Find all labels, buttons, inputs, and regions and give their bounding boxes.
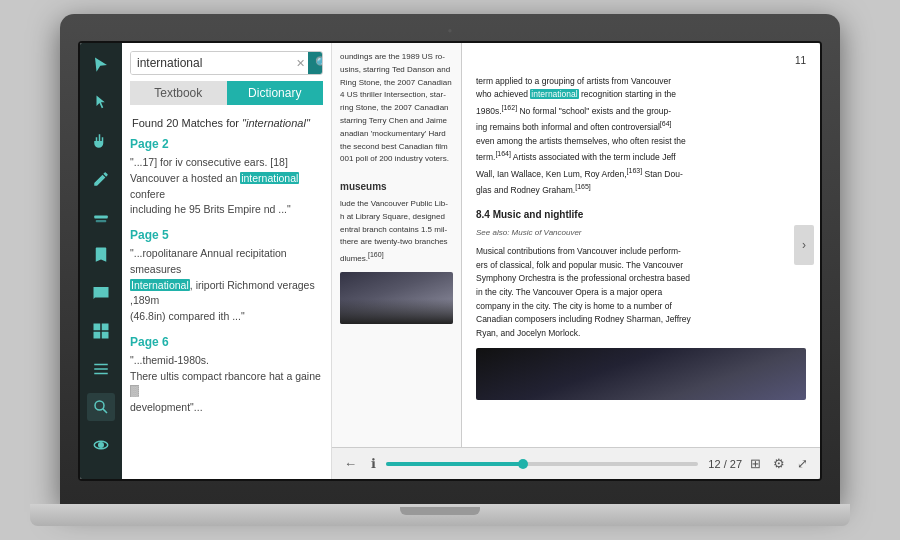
left-page: oundings are the 1989 US ro- usins, star… (332, 43, 462, 447)
svg-rect-8 (94, 373, 108, 375)
expand-button[interactable]: ⤢ (793, 454, 812, 473)
search-input[interactable] (131, 52, 293, 74)
result-page-label: Page 6 (130, 335, 323, 349)
svg-rect-6 (94, 364, 108, 366)
list-item[interactable]: Page 6 "...themid-1980s. There ultis com… (130, 335, 323, 416)
document-area: oundings are the 1989 US ro- usins, star… (332, 43, 820, 479)
result-highlight: International (130, 279, 190, 291)
eye-icon[interactable] (87, 431, 115, 459)
list-item[interactable]: Page 2 "...17] for iv consecutive ears. … (130, 137, 323, 218)
doc-bottom-toolbar: ← ℹ 12 / 27 ⊞ ⚙ ⤢ (332, 447, 820, 479)
svg-rect-5 (102, 332, 109, 339)
page-number: 11 (476, 53, 806, 69)
back-button[interactable]: ← (340, 454, 361, 473)
cursor-icon[interactable] (87, 51, 115, 79)
pages-button[interactable]: ⊞ (746, 454, 765, 473)
search-clear-icon[interactable]: ✕ (293, 57, 308, 70)
tab-textbook[interactable]: Textbook (130, 81, 227, 105)
list-icon[interactable] (87, 355, 115, 383)
search-icon[interactable] (87, 393, 115, 421)
result-text: "...ropolitanare Annual recipitation sme… (130, 246, 323, 325)
search-panel: ✕ 🔍 Textbook Dictionary Found 20 Matches… (122, 43, 332, 479)
result-page-label: Page 2 (130, 137, 323, 151)
svg-rect-4 (94, 332, 101, 339)
doc-pages: oundings are the 1989 US ro- usins, star… (332, 43, 820, 447)
result-highlight2: ▒ (130, 385, 139, 397)
result-text: "...17] for iv consecutive ears. [18] Va… (130, 155, 323, 218)
svg-line-10 (103, 409, 107, 413)
results-list: Page 2 "...17] for iv consecutive ears. … (122, 133, 331, 479)
section-84-heading: 8.4 Music and nightlife (476, 207, 806, 223)
pointer-icon[interactable] (87, 89, 115, 117)
search-button[interactable]: 🔍 (308, 52, 323, 74)
building-image (340, 272, 453, 324)
svg-point-9 (95, 401, 104, 410)
laptop-base (30, 504, 850, 526)
next-page-arrow[interactable]: › (794, 225, 814, 265)
tab-bar: Textbook Dictionary (130, 81, 323, 105)
music-text: Musical contributions from Vancouver inc… (476, 245, 806, 340)
doc-highlight: international (530, 89, 578, 99)
right-page: 11 term applied to a grouping of artists… (462, 43, 820, 447)
highlight-icon[interactable] (87, 203, 115, 231)
page-indicator: 12 / 27 (708, 458, 742, 470)
left-page-text: oundings are the 1989 US ro- usins, star… (340, 51, 453, 166)
result-page-label: Page 5 (130, 228, 323, 242)
see-also: See also: Music of Vancouver (476, 227, 806, 239)
search-bar: ✕ 🔍 (130, 51, 323, 75)
svg-rect-3 (102, 324, 109, 331)
progress-fill (386, 462, 523, 466)
svg-rect-0 (94, 216, 108, 219)
results-header: Found 20 Matches for "international" (122, 109, 331, 133)
left-toolbar (80, 43, 122, 479)
info-button[interactable]: ℹ (367, 454, 380, 473)
hand-icon[interactable] (87, 127, 115, 155)
result-text: "...themid-1980s. There ultis compact rb… (130, 353, 323, 416)
search-header: ✕ 🔍 Textbook Dictionary (122, 43, 331, 109)
progress-dot (518, 459, 528, 469)
svg-rect-2 (94, 324, 101, 331)
list-item[interactable]: Page 5 "...ropolitanare Annual recipitat… (130, 228, 323, 325)
progress-track[interactable] (386, 462, 698, 466)
settings-button[interactable]: ⚙ (769, 454, 789, 473)
museum-text: lude the Vancouver Public Lib- h at Libr… (340, 198, 453, 266)
svg-rect-1 (96, 220, 107, 222)
bookmark-icon[interactable] (87, 241, 115, 269)
pencil-icon[interactable] (87, 165, 115, 193)
tab-dictionary[interactable]: Dictionary (227, 81, 324, 105)
nightlife-image (476, 348, 806, 400)
toolbar-right: 12 / 27 ⊞ ⚙ ⤢ (704, 454, 812, 473)
grid-icon[interactable] (87, 317, 115, 345)
right-page-col1: term applied to a grouping of artists fr… (476, 75, 806, 198)
comment-icon[interactable] (87, 279, 115, 307)
svg-point-12 (99, 443, 104, 448)
museums-heading: museums (340, 179, 453, 194)
result-highlight: international (240, 172, 299, 184)
svg-rect-7 (94, 368, 108, 370)
